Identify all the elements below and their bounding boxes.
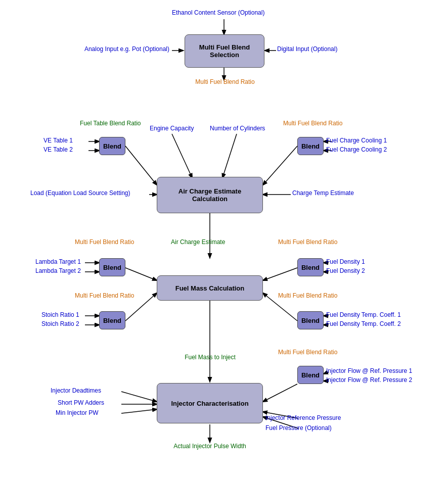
fuel-pressure-label: Fuel Pressure (Optional) [265, 424, 332, 431]
blend-stoich-box: Blend [99, 311, 125, 329]
blend-ve-box: Blend [99, 137, 125, 155]
air-charge-estimate-label: Air Charge Estimate [171, 238, 225, 246]
multi-fuel-ratio-7-label: Multi Fuel Blend Ratio [278, 349, 337, 356]
short-pw-adders-label: Short PW Adders [58, 399, 104, 406]
multi-fuel-ratio-4-label: Multi Fuel Blend Ratio [278, 238, 337, 246]
multi-fuel-blend-box: Multi Fuel Blend Selection [185, 34, 264, 68]
multi-fuel-ratio-3-label: Multi Fuel Blend Ratio [75, 238, 134, 246]
analog-input-label: Analog Input e.g. Pot (Optional) [61, 45, 169, 53]
svg-line-15 [125, 268, 157, 280]
svg-line-32 [263, 384, 297, 402]
injector-flow-2-label: Injector Flow @ Ref. Pressure 2 [326, 376, 412, 383]
multi-fuel-blend-label: Multi Fuel Blend Selection [199, 43, 250, 59]
stoich-ratio-2-label: Stoich Ratio 2 [41, 320, 79, 327]
lambda-target-1-label: Lambda Target 1 [35, 258, 81, 265]
fuel-density-2-label: Fuel Density 2 [326, 267, 365, 274]
fuel-density-1-label: Fuel Density 1 [326, 258, 365, 265]
multi-fuel-ratio-2-label: Multi Fuel Blend Ratio [283, 120, 342, 127]
svg-line-31 [121, 409, 157, 413]
fuel-mass-to-inject-label: Fuel Mass to Inject [171, 354, 249, 361]
fuel-mass-calc-label: Fuel Mass Calculation [175, 284, 245, 292]
load-label: Load (Equation Load Source Setting) [30, 189, 130, 197]
engine-capacity-label: Engine Capacity [150, 125, 194, 132]
digital-input-label: Digital Input (Optional) [277, 45, 337, 53]
blend-fuel-density-box: Blend [297, 258, 324, 276]
blend-fuel-density-temp-box: Blend [297, 311, 324, 329]
stoich-ratio-1-label: Stoich Ratio 1 [41, 311, 79, 318]
blend-fuel-charge-box: Blend [297, 137, 324, 155]
fuel-mass-calc-box: Fuel Mass Calculation [157, 275, 263, 301]
blend-injector-box: Blend [297, 366, 324, 384]
injector-deadtimes-label: Injector Deadtimes [51, 387, 101, 394]
injector-ref-pressure-label: Injector Reference Pressure [265, 414, 341, 421]
multi-fuel-ratio-1-label: Multi Fuel Blend Ratio [167, 78, 283, 85]
min-injector-pw-label: Min Injector PW [56, 409, 99, 416]
svg-line-7 [172, 134, 192, 178]
fuel-table-blend-ratio-label: Fuel Table Blend Ratio [80, 120, 141, 127]
fuel-charge-cooling-1-label: Fuel Charge Cooling 1 [326, 137, 387, 144]
ve-table-1-label: VE Table 1 [43, 137, 73, 144]
injector-flow-1-label: Injector Flow @ Ref. Pressure 1 [326, 367, 412, 374]
air-charge-calc-box: Air Charge Estimate Calculation [157, 177, 263, 213]
svg-line-11 [263, 146, 297, 185]
svg-line-6 [125, 146, 157, 185]
svg-line-29 [121, 392, 157, 402]
multi-fuel-ratio-6-label: Multi Fuel Blend Ratio [278, 292, 337, 299]
fuel-charge-cooling-2-label: Fuel Charge Cooling 2 [326, 146, 387, 153]
multi-fuel-ratio-5-label: Multi Fuel Blend Ratio [75, 292, 134, 299]
actual-injector-pw-label: Actual Injector Pulse Width [157, 443, 263, 450]
charge-temp-label: Charge Temp Estimate [292, 189, 354, 197]
svg-line-8 [222, 134, 237, 178]
blend-lambda-box: Blend [99, 258, 125, 276]
fuel-density-temp-1-label: Fuel Density Temp. Coeff. 1 [326, 311, 401, 318]
ve-table-2-label: VE Table 2 [43, 146, 73, 153]
injector-char-box: Injector Characterisation [157, 383, 263, 423]
fuel-density-temp-2-label: Fuel Density Temp. Coeff. 2 [326, 320, 401, 327]
injector-char-label: Injector Characterisation [171, 400, 248, 407]
svg-line-16 [263, 268, 297, 280]
air-charge-calc-label: Air Charge Estimate Calculation [178, 187, 241, 203]
lambda-target-2-label: Lambda Target 2 [35, 267, 81, 274]
num-cylinders-label: Number of Cylinders [210, 125, 265, 132]
ethanol-sensor-label: Ethanol Content Sensor (Optional) [172, 9, 264, 16]
